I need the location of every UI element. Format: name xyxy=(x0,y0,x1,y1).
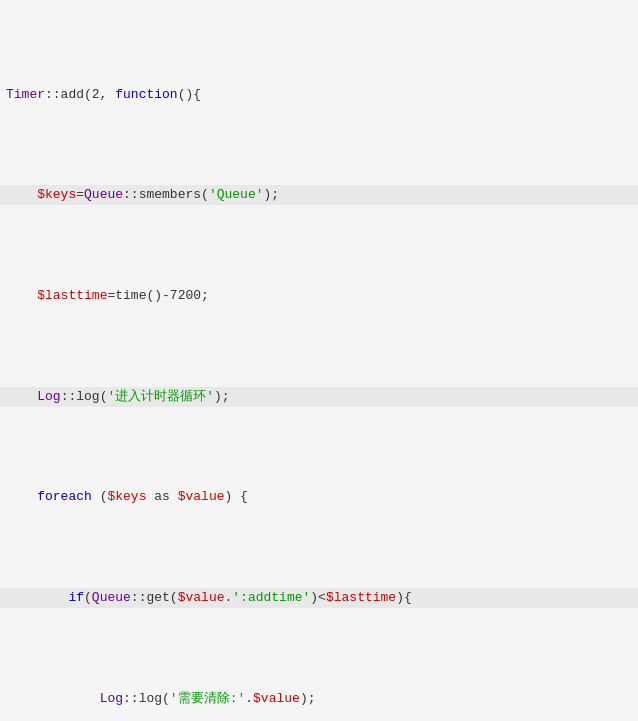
code-line: if(Queue::get($value.':addtime')<$lastti… xyxy=(0,588,638,608)
code-text: Timer::add(2, function(){ xyxy=(6,85,201,105)
code-text: foreach ($keys as $value) { xyxy=(6,487,248,507)
code-text: Log::log('需要清除:'.$value); xyxy=(6,689,315,709)
code-line: Log::log('需要清除:'.$value); xyxy=(0,689,638,709)
code-line: $lasttime=time()-7200; xyxy=(0,286,638,306)
code-text: $lasttime=time()-7200; xyxy=(6,286,209,306)
code-block-main: Timer::add(2, function(){ $keys=Queue::s… xyxy=(0,0,638,721)
page-wrapper: Timer::add(2, function(){ $keys=Queue::s… xyxy=(0,0,638,721)
code-text: Log::log('进入计时器循环'); xyxy=(6,387,230,407)
code-line: foreach ($keys as $value) { xyxy=(0,487,638,507)
code-text: $keys=Queue::smembers('Queue'); xyxy=(6,185,279,205)
code-line: Timer::add(2, function(){ xyxy=(0,85,638,105)
code-line: Log::log('进入计时器循环'); xyxy=(0,387,638,407)
code-text: if(Queue::get($value.':addtime')<$lastti… xyxy=(6,588,412,608)
code-line: $keys=Queue::smembers('Queue'); xyxy=(0,185,638,205)
